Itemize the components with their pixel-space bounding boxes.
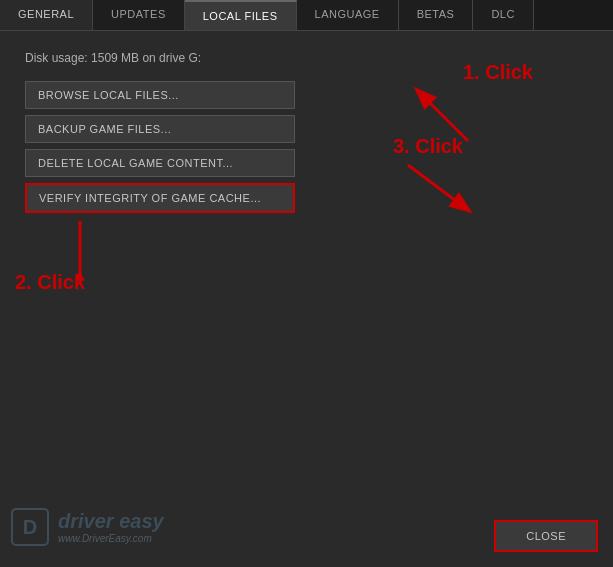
main-content: Disk usage: 1509 MB on drive G: BROWSE L… — [0, 31, 613, 233]
watermark-url: www.DriverEasy.com — [58, 533, 164, 544]
browse-local-files-button[interactable]: BROWSE LOCAL FILES... — [25, 81, 295, 109]
tab-betas[interactable]: BETAS — [399, 0, 474, 30]
tab-dlc[interactable]: DLC — [473, 0, 534, 30]
arrow-3-icon — [403, 160, 483, 230]
tab-language[interactable]: LANGUAGE — [297, 0, 399, 30]
annotation-3: 3. Click — [393, 135, 463, 158]
verify-integrity-button[interactable]: VERIFY INTEGRITY OF GAME CACHE... — [25, 183, 295, 213]
watermark: D driver easy www.DriverEasy.com — [10, 507, 164, 547]
watermark-logo-icon: D — [10, 507, 50, 547]
tab-general[interactable]: GENERAL — [0, 0, 93, 30]
backup-game-files-button[interactable]: BACKUP GAME FILES... — [25, 115, 295, 143]
svg-text:D: D — [23, 516, 37, 538]
svg-line-5 — [408, 165, 468, 210]
button-group: BROWSE LOCAL FILES... BACKUP GAME FILES.… — [25, 81, 295, 213]
annotation-2: 2. Click — [15, 271, 85, 294]
close-button[interactable]: CLOSE — [494, 520, 598, 552]
tab-updates[interactable]: UPDATES — [93, 0, 185, 30]
delete-local-game-content-button[interactable]: DELETE LOCAL GAME CONTENT... — [25, 149, 295, 177]
tab-bar: GENERAL UPDATES LOCAL FILES LANGUAGE BET… — [0, 0, 613, 31]
annotation-1: 1. Click — [463, 61, 533, 84]
svg-line-1 — [418, 91, 468, 141]
arrow-2-icon — [75, 211, 165, 281]
watermark-brand: driver easy — [58, 510, 164, 533]
tab-local-files[interactable]: LOCAL FILES — [185, 0, 297, 30]
